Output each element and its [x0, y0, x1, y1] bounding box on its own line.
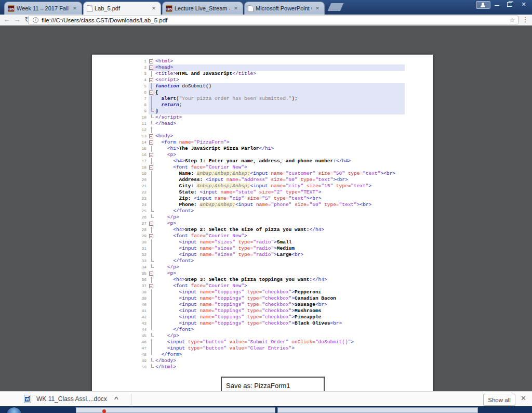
code-text: City: &nbsp;&nbsp;&nbsp;<input name="cit…	[154, 183, 405, 189]
show-all-button[interactable]: Show all	[483, 394, 515, 406]
address-bar[interactable]: i file:///C:/Users/class.CST/Downloads/L…	[28, 16, 518, 24]
code-line: 29 <font face="Courier New">	[133, 233, 405, 239]
tab-1[interactable]: BbWeek 11 – 2017 Fall Term✕	[4, 2, 82, 15]
download-chevron-icon[interactable]: ^	[114, 396, 118, 403]
line-number: 40	[133, 302, 149, 308]
url-text[interactable]: file:///C:/Users/class.CST/Downloads/Lab…	[42, 17, 509, 23]
code-line: 37 <font face="Courier New">	[133, 283, 405, 289]
download-filename[interactable]: WK 11_Class Assi....docx	[36, 395, 107, 403]
line-number: 22	[133, 189, 149, 196]
fold-marker-icon	[149, 121, 154, 127]
line-number: 21	[133, 183, 149, 189]
line-number: 20	[133, 177, 149, 183]
fold-marker-icon	[149, 114, 154, 121]
line-number: 50	[133, 364, 149, 370]
code-text: <form name="PizzaForm">	[154, 139, 405, 146]
line-number: 35	[133, 270, 149, 277]
code-text: Phone: &nbsp;&nbsp;<input name="phone" s…	[154, 202, 405, 208]
new-tab-button[interactable]	[328, 3, 344, 11]
code-line: 40 <input name="toppings" type="checkbox…	[133, 302, 405, 308]
tab-close-icon[interactable]: ✕	[150, 6, 157, 11]
line-number: 5	[133, 83, 149, 89]
line-number: 33	[133, 258, 149, 264]
bookmark-star-icon[interactable]: ☆	[509, 17, 515, 24]
line-number: 11	[133, 121, 149, 127]
line-number: 4	[133, 77, 149, 83]
fold-marker-icon	[149, 102, 154, 108]
code-line: 42 <input name="toppings" type="checkbox…	[133, 314, 405, 320]
download-item[interactable]: WK 11_Class Assi....docx ^	[24, 393, 118, 405]
line-number: 29	[133, 233, 149, 239]
windows-taskbar	[0, 406, 532, 413]
code-line: 15 <h1>The JavaScript Pizza Parlor</h1>	[133, 146, 405, 152]
code-text: </font>	[154, 258, 405, 264]
taskbar-window-1[interactable]	[76, 407, 275, 413]
code-text: </font>	[154, 327, 405, 333]
code-line: 30 <input name="sizes" type="radio">Smal…	[133, 239, 405, 246]
save-as-label: Save as: PizzaForm1	[222, 382, 290, 390]
page-info-icon[interactable]: i	[33, 17, 38, 23]
browser-menu-icon[interactable]: ⋮	[522, 16, 529, 24]
code-line: 4<script>	[133, 77, 405, 83]
taskbar-window-2[interactable]	[277, 407, 478, 413]
forward-icon[interactable]: →	[12, 15, 22, 24]
code-text: }	[154, 108, 405, 114]
fold-marker-icon	[149, 189, 154, 196]
code-text: </form>	[154, 352, 405, 358]
code-line: 46 <input type="button" value="Submit Or…	[133, 339, 405, 345]
code-line: 50</html>	[133, 364, 405, 370]
tab-4[interactable]: Microsoft PowerPoint On✕	[244, 2, 325, 15]
code-line: 24 Phone: &nbsp;&nbsp;<input name="phone…	[133, 202, 405, 208]
code-text: <html>	[154, 58, 405, 64]
fold-marker-icon	[149, 252, 154, 258]
code-line: 32 <input name="sizes" type="radio">Larg…	[133, 252, 405, 258]
code-line: 26 </p>	[133, 214, 405, 221]
line-number: 32	[133, 252, 149, 258]
code-line: 3<title>HTML and JavaScript</title>	[133, 71, 405, 77]
fold-marker-icon	[149, 146, 154, 152]
fold-marker-icon	[149, 221, 154, 227]
fold-marker-icon	[149, 314, 154, 320]
code-line: 17 <h4>Step 1: Enter your name, address,…	[133, 158, 405, 164]
fold-marker-icon	[149, 277, 154, 283]
line-number: 16	[133, 152, 149, 158]
line-number: 30	[133, 239, 149, 246]
fold-marker-icon	[149, 158, 154, 164]
code-text: </body>	[154, 358, 405, 364]
code-line: 34 </p>	[133, 264, 405, 270]
code-line: 45 </p>	[133, 333, 405, 339]
tab-close-icon[interactable]: ✕	[71, 6, 78, 11]
tab-2[interactable]: Lab_5.pdf✕	[83, 2, 161, 15]
code-line: 38 <input name="toppings" type="checkbox…	[133, 289, 405, 295]
tab-close-icon[interactable]: ✕	[232, 6, 240, 11]
profile-avatar-button[interactable]	[476, 1, 490, 9]
line-number: 49	[133, 358, 149, 364]
line-number: 2	[133, 64, 149, 71]
code-line: 9}	[133, 108, 405, 114]
line-number: 28	[133, 227, 149, 233]
close-window-button[interactable]: ✕	[518, 1, 529, 8]
fold-marker-icon	[149, 295, 154, 302]
back-icon[interactable]: ←	[2, 15, 11, 24]
line-number: 19	[133, 171, 149, 177]
fold-marker-icon	[149, 214, 154, 221]
fold-marker-icon	[149, 152, 154, 158]
code-line: 21 City: &nbsp;&nbsp;&nbsp;<input name="…	[133, 183, 405, 189]
code-line: 44 </font>	[133, 327, 405, 333]
line-number: 6	[133, 89, 149, 96]
code-line: 41 <input name="toppings" type="checkbox…	[133, 308, 405, 314]
line-number: 26	[133, 214, 149, 221]
fold-marker-icon	[149, 133, 154, 139]
shelf-close-icon[interactable]: ✕	[521, 394, 526, 402]
code-text	[154, 127, 405, 133]
code-text: </script>	[154, 114, 405, 121]
tab-close-icon[interactable]: ✕	[314, 6, 321, 11]
start-orb[interactable]	[6, 407, 22, 413]
fold-marker-icon	[149, 227, 154, 233]
code-line: 13<body>	[133, 133, 405, 139]
line-number: 25	[133, 208, 149, 214]
code-text: {	[154, 89, 405, 96]
line-number: 46	[133, 339, 149, 345]
line-number: 41	[133, 308, 149, 314]
tab-3[interactable]: BbLecture Live_Stream – 20✕	[162, 2, 243, 15]
